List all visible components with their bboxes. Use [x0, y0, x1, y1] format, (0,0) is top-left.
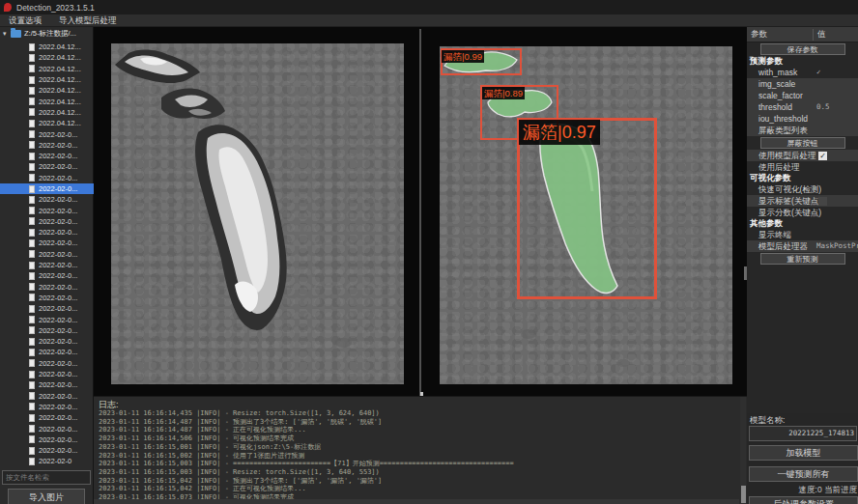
tree-item[interactable]: 2022-02-0...	[0, 140, 94, 151]
tree-item[interactable]: 2022-02-0...	[0, 194, 94, 205]
params-rows: 保存参数预测参数with_mask✓img_scalescale_factort…	[747, 42, 858, 266]
param-row[interactable]: 模型后处理器MaskPostPro	[747, 240, 858, 252]
tree-item[interactable]: 2022-02-0...	[0, 412, 94, 423]
tree-item[interactable]: 2022.04.12...	[0, 52, 94, 63]
predict-all-button[interactable]: 一键预测所有	[749, 466, 858, 482]
sidebar: ▾ Z:/5-标注数据/... 2022.04.12...2022.04.12.…	[0, 27, 94, 504]
postprocess-settings-button[interactable]: 后处理参数设置	[749, 496, 858, 504]
tree-item[interactable]: 2022-02-0...	[0, 293, 94, 303]
tree-item[interactable]: 2022-02-0...	[0, 216, 94, 227]
param-row[interactable]: 显示标签(关键点)	[747, 195, 858, 207]
param-row[interactable]: 使用模型后处理✓	[747, 150, 858, 161]
tree-item[interactable]: 2022-02-0...	[0, 391, 94, 402]
detection-label: 漏箔|0.99	[442, 50, 484, 63]
tree-item[interactable]: 2022-02-0...	[0, 445, 94, 456]
tree-item[interactable]: 2022-02-0...	[0, 128, 94, 139]
param-row[interactable]: scale_factor	[747, 90, 858, 101]
tree-item-label: 2022-02-0...	[39, 130, 77, 139]
file-icon	[29, 359, 35, 367]
tree-item[interactable]: 2022-02-0	[0, 456, 94, 466]
search-input[interactable]	[2, 470, 91, 485]
checkbox-checked-icon[interactable]: ✓	[818, 152, 827, 160]
tree-item[interactable]: 2022-02-0...	[0, 379, 94, 390]
file-icon	[29, 294, 35, 301]
tree-item-label: 2022-02-0...	[39, 370, 77, 378]
param-row[interactable]: 显示分数(关键点)	[747, 207, 858, 218]
param-label: threshold	[758, 101, 792, 113]
model-name-field[interactable]: 20221225_174813	[749, 426, 857, 441]
tree-item[interactable]: 2022-02-0...	[0, 358, 94, 369]
log-horizontal-scrollbar[interactable]	[94, 499, 739, 504]
tree-item[interactable]: 2022.04.12...	[0, 96, 94, 106]
tree-item[interactable]: 2022-02-0...	[0, 270, 94, 281]
tree-item[interactable]: 2022-02-0...	[0, 336, 94, 347]
log-line: 2023-01-11 16:16:15,042 |INFO| - 正在可视化预测…	[99, 485, 731, 493]
params-scrollbar-handle[interactable]	[744, 266, 747, 280]
tree-item[interactable]: 2022-02-0...	[0, 249, 94, 260]
tree-item[interactable]: 2022-02-0...	[0, 325, 94, 336]
param-label: 快速可视化(检测)	[758, 183, 821, 195]
tree-item[interactable]: 2022-02-0...	[0, 402, 94, 412]
param-button[interactable]: 重新预测	[760, 253, 845, 265]
param-row[interactable]: 快速可视化(检测)	[747, 183, 858, 195]
tree-item[interactable]: 2022.04.12...	[0, 107, 94, 118]
menu-item[interactable]: 导入模型后处理	[50, 14, 126, 27]
tree-item[interactable]: 2022-02-0...	[0, 423, 94, 434]
param-row[interactable]: with_mask✓	[747, 67, 858, 78]
param-row[interactable]: img_scale	[747, 78, 858, 90]
tree-root[interactable]: ▾ Z:/5-标注数据/...	[0, 27, 93, 40]
param-row[interactable]: 显示终端	[747, 229, 858, 240]
file-icon	[29, 130, 35, 138]
param-label: 使用模型后处理	[758, 150, 816, 161]
param-value: ✓	[816, 67, 821, 78]
param-row[interactable]: iou_threshold	[747, 113, 858, 125]
tree-item[interactable]: 2022-02-0...	[0, 434, 94, 445]
tree-item[interactable]: 2022-02-0...	[0, 282, 94, 293]
tree-item-label: 2022-02-0...	[39, 446, 77, 455]
checkbox-empty-icon[interactable]	[818, 197, 827, 206]
tree-item[interactable]: 2022-02-0...	[0, 173, 94, 183]
file-icon	[29, 43, 35, 51]
load-model-button[interactable]: 加载模型	[749, 445, 858, 461]
menu-item[interactable]: 设置选项	[0, 14, 50, 27]
tree-item[interactable]: 2022-02-0...	[0, 238, 94, 248]
chevron-down-icon[interactable]: ▾	[3, 30, 11, 38]
tree-item[interactable]: 2022-02-0...	[0, 314, 94, 324]
file-icon	[29, 435, 35, 443]
params-header: 参数 值	[747, 27, 858, 42]
tree-item[interactable]: 2022-02-0...	[0, 161, 94, 172]
tree-item[interactable]: 2022-02-0...	[0, 347, 94, 357]
tree-item[interactable]: 2022-02-0...	[0, 260, 94, 270]
import-image-button[interactable]: 导入图片	[8, 489, 85, 504]
tree-item[interactable]: 2022.04.12...	[0, 64, 94, 74]
tree-item[interactable]: 2022-02-0...	[0, 227, 94, 238]
param-label: 屏蔽类型列表	[758, 125, 808, 136]
panel-splitter[interactable]	[419, 29, 421, 396]
param-row[interactable]: 使用后处理	[747, 161, 858, 173]
tree-item[interactable]: 2022-02-0...	[0, 205, 94, 215]
param-label: 使用后处理	[758, 161, 800, 173]
tree-item[interactable]: 2022-02-0...	[0, 369, 94, 379]
tree-item[interactable]: 2022-02-0...	[0, 183, 94, 194]
file-icon	[29, 108, 35, 116]
tree-item[interactable]: 2022.04.12...	[0, 74, 94, 85]
tree-item[interactable]: 2022.04.12...	[0, 42, 94, 52]
param-row[interactable]: 屏蔽类型列表	[747, 125, 858, 136]
param-button[interactable]: 屏蔽按钮	[760, 137, 845, 149]
detection-label: 漏箔|0.89	[482, 87, 525, 99]
tree-item-label: 2022-02-0...	[39, 162, 77, 171]
param-button[interactable]: 保存参数	[760, 43, 845, 55]
param-row[interactable]: threshold0.5	[747, 101, 858, 113]
tree-item-label: 2022-02-0...	[39, 380, 77, 389]
tree-item[interactable]: 2022.04.12...	[0, 85, 94, 96]
file-icon	[29, 54, 35, 62]
prediction-image-panel[interactable]: 漏箔|0.99 漏箔|0.89 漏箔|0.97	[440, 46, 732, 384]
log-scrollbar-handle[interactable]	[741, 486, 746, 503]
tree-item-label: 2022-02-0...	[39, 304, 77, 313]
tree-item-label: 2022.04.12...	[39, 86, 81, 95]
tree-item[interactable]: 2022.04.12...	[0, 118, 94, 128]
original-image-panel[interactable]	[111, 43, 404, 384]
tree-item[interactable]: 2022-02-0...	[0, 303, 94, 314]
log-vertical-scrollbar[interactable]	[740, 397, 746, 504]
tree-item[interactable]: 2022-02-0...	[0, 151, 94, 161]
